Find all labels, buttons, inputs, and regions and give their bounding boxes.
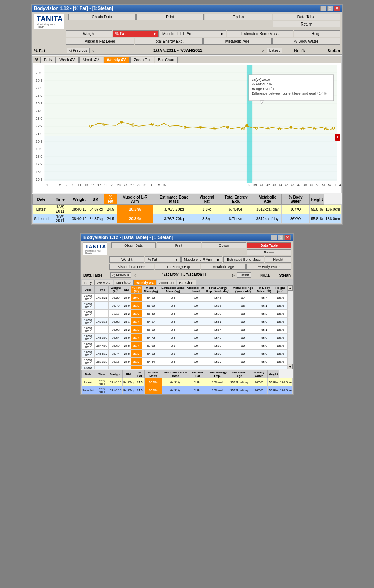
- data-prev-button[interactable]: ◁ Previous: [110, 272, 131, 278]
- data-tab-month-av[interactable]: Month AV.: [114, 280, 134, 285]
- scroll-track: [288, 291, 293, 364]
- th-bone: Estimated Bone Mass: [153, 194, 195, 205]
- data-tab-week-av[interactable]: Week AV.: [94, 280, 113, 285]
- dl-metabolic: 36Y/O: [250, 378, 268, 386]
- data-option-button[interactable]: Option: [202, 242, 246, 248]
- data-record-row[interactable]: 43(W) 2010---86.9825.221.365.103.47.2356…: [82, 326, 293, 334]
- tab-bar-chart[interactable]: Bar Chart: [155, 57, 178, 63]
- metabolic-age-button[interactable]: Metabolic Age: [203, 38, 272, 45]
- data-muscle-button[interactable]: Muscle of L-R Arm ▶: [181, 256, 222, 263]
- height-button[interactable]: Height: [294, 30, 340, 37]
- selected-fat: 20.3 %: [117, 214, 153, 224]
- nav-prev-arrow: ◁: [92, 49, 94, 53]
- svg-text:29: 29: [137, 183, 141, 187]
- return-button[interactable]: Return: [273, 21, 340, 27]
- tab-month-av[interactable]: Month AV.: [79, 57, 103, 63]
- maximize-button[interactable]: □: [327, 6, 333, 11]
- data-tab-zoom-out[interactable]: Zoom Out: [157, 280, 176, 285]
- data-tab-weekly-av[interactable]: Weekly AV.: [134, 280, 157, 285]
- data-data-table-button[interactable]: Data Table: [247, 242, 291, 248]
- total-energy-button[interactable]: Total Energy Exp.: [135, 38, 203, 45]
- data-print-button[interactable]: Print: [157, 242, 201, 248]
- data-record-row[interactable]: 45(W) 201009:47:0885.6024.821.463.983.37…: [82, 342, 293, 350]
- data-record-row[interactable]: 41(W) 2010---87.1725.221.065.403.47.0357…: [82, 310, 293, 318]
- dl-date: 1(W) 2011: [95, 378, 109, 386]
- minimize-button[interactable]: _: [320, 6, 326, 11]
- visceral-fat-button[interactable]: Visceral Fat Level: [66, 38, 134, 45]
- svg-text:18.9: 18.9: [36, 155, 43, 159]
- data-minimize-button[interactable]: _: [271, 235, 277, 240]
- svg-text:19: 19: [104, 183, 108, 187]
- chart-svg: 29.9 28.9 27.9 26.9 25.9 24.9 23.9 22.9 …: [33, 63, 341, 193]
- dl-height: 186.0cm: [279, 378, 293, 386]
- svg-text:50: 50: [316, 183, 320, 187]
- data-fat-button[interactable]: % Fat ▶: [145, 256, 180, 263]
- th-energy: Total Energy Exp.: [219, 194, 253, 205]
- data-visceral-button[interactable]: Visceral Fat Level: [109, 264, 154, 270]
- selected-label: Selected: [33, 214, 50, 224]
- dl-label: Latest: [82, 378, 95, 386]
- data-record-row[interactable]: 40(W) 2010---86.7025.021.866.003.47.0360…: [82, 302, 293, 310]
- close-button[interactable]: ✕: [334, 6, 340, 11]
- svg-text:27.9: 27.9: [36, 86, 43, 90]
- prev-button[interactable]: ◁ Previous: [67, 48, 90, 53]
- tab-week-av[interactable]: Week AV.: [56, 57, 79, 63]
- data-record-row[interactable]: 44(W) 201007:51:0386.5425.021.464.733.47…: [82, 334, 293, 342]
- scroll-up-button[interactable]: ▲: [288, 285, 293, 291]
- muscle-button[interactable]: Muscle of L-R Arm ▶: [160, 30, 226, 37]
- th-height: Height: [310, 194, 324, 205]
- svg-rect-17: [44, 136, 337, 181]
- svg-text:45: 45: [285, 183, 289, 187]
- dbth-muscle: Muscle Mass: [144, 370, 162, 378]
- latest-button[interactable]: Latest: [267, 48, 282, 53]
- data-record-row[interactable]: 48(W) 201008:38:4986.0124.921.364.343.47…: [82, 366, 293, 370]
- selected-data-row: Selected 1(W) 2011 08:40:10 84.87kg 24.5…: [33, 214, 342, 224]
- svg-text:31: 31: [144, 183, 147, 187]
- data-maximize-button[interactable]: □: [278, 235, 284, 240]
- weight-button[interactable]: Weight: [66, 30, 112, 37]
- obtain-data-button[interactable]: Obtain Data: [68, 14, 136, 20]
- svg-text:52: 52: [328, 183, 332, 187]
- data-close-button[interactable]: ✕: [284, 235, 291, 240]
- svg-text:44: 44: [279, 183, 283, 187]
- data-record-row[interactable]: 46(W) 201007:54:1785.7424.821.364.133.37…: [82, 350, 293, 358]
- fat-button[interactable]: % Fat ▶: [113, 30, 159, 37]
- data-record-row[interactable]: 47(W) 201008:11:3886.1624.921.364.443.47…: [82, 358, 293, 366]
- data-body-water-button[interactable]: % Body Water: [246, 264, 291, 270]
- selected-weight: 84.87kg: [88, 214, 104, 224]
- dbth-metabolic: Metabolic Age: [229, 370, 250, 378]
- print-button[interactable]: Print: [136, 14, 204, 20]
- body-water-button[interactable]: % Body Water: [272, 38, 340, 45]
- data-record-row[interactable]: 42(W) 201007:39:1686.8225.121.464.873.47…: [82, 318, 293, 326]
- tab-zoom-out[interactable]: Zoom Out: [130, 57, 154, 63]
- data-total-energy-button[interactable]: Total Energy Exp.: [155, 264, 200, 270]
- data-obtain-data-button[interactable]: Obtain Data: [111, 242, 156, 248]
- data-tab-bar-chart[interactable]: Bar Chart: [177, 280, 196, 285]
- data-records-table: Date Time Weight (kg) BMI % Fat (%) Musc…: [81, 285, 293, 369]
- option-button[interactable]: Option: [205, 14, 272, 20]
- th-bmi: BMI: [88, 194, 104, 205]
- th-water: % Body Water: [281, 194, 310, 205]
- data-toolbar-row2: Weight % Fat ▶ Muscle of L-R Arm ▶ Estim…: [83, 256, 291, 263]
- data-latest-button[interactable]: Latest: [237, 272, 252, 278]
- data-height-button[interactable]: Height: [265, 256, 291, 263]
- data-bone-button[interactable]: Estimated Bone Mass: [223, 256, 264, 263]
- data-metabolic-button[interactable]: Metabolic Age: [201, 264, 246, 270]
- data-weight-button[interactable]: Weight: [109, 256, 144, 263]
- data-table-button[interactable]: Data Table: [273, 14, 340, 20]
- svg-text:39: 39: [253, 183, 257, 187]
- dl-muscle: 64.31kg: [162, 378, 189, 386]
- data-record-row[interactable]: 39(W) 201007:15:2186.2024.920.964.823.47…: [82, 294, 293, 302]
- tab-daily[interactable]: Daily: [40, 57, 56, 63]
- data-return-button[interactable]: Return: [247, 249, 291, 255]
- th-date: Date: [33, 194, 50, 205]
- scroll-down-button[interactable]: ▼: [288, 364, 293, 369]
- ds-fat: 20.3%: [144, 386, 162, 394]
- bone-mass-button[interactable]: Estimated Bone Mass: [227, 30, 294, 37]
- dth-weight: Weight (kg): [109, 286, 123, 294]
- data-tab-daily[interactable]: Daily: [82, 280, 94, 285]
- ds-bmi: 24.5: [135, 386, 144, 394]
- selected-height: 186.0cm: [324, 214, 341, 224]
- tab-weekly-av[interactable]: Weekly AV.: [104, 57, 130, 63]
- toolbar: TANITA Monitoring Your Health Obtain Dat…: [32, 12, 342, 46]
